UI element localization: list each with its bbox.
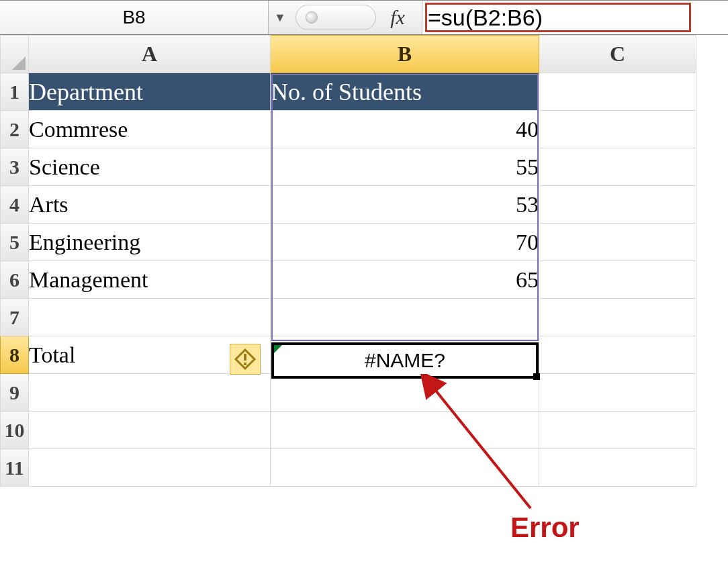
name-box-dropdown-icon[interactable]: ▼: [269, 11, 291, 25]
cell-C3[interactable]: [539, 148, 696, 186]
fill-handle[interactable]: [533, 373, 540, 380]
cell-B7[interactable]: [271, 299, 539, 336]
formula-bar: B8 ▼ fx =su(B2:B6): [0, 0, 728, 35]
annotation-label: Error: [510, 512, 580, 544]
cell-B10[interactable]: [271, 412, 539, 449]
row-header-3[interactable]: 3: [1, 148, 29, 186]
row-header-10[interactable]: 10: [1, 412, 29, 449]
cell-C11[interactable]: [539, 449, 696, 487]
row-header-2[interactable]: 2: [1, 111, 29, 148]
cell-B11[interactable]: [271, 449, 539, 487]
cell-A9[interactable]: [29, 374, 271, 412]
svg-rect-2: [244, 363, 246, 365]
cell-B9[interactable]: [271, 374, 539, 412]
col-header-A[interactable]: A: [29, 36, 271, 73]
cell-A2[interactable]: Commrese: [29, 111, 271, 148]
name-box-value: B8: [122, 7, 145, 28]
col-header-C[interactable]: C: [539, 36, 696, 73]
row-header-1[interactable]: 1: [1, 73, 29, 111]
row-header-5[interactable]: 5: [1, 224, 29, 261]
select-all-corner[interactable]: [1, 36, 29, 73]
formula-buttons: fx: [291, 1, 422, 34]
cell-C7[interactable]: [539, 299, 696, 336]
cell-C5[interactable]: [539, 224, 696, 261]
formula-input[interactable]: =su(B2:B6): [422, 1, 728, 34]
cell-A7[interactable]: [29, 299, 271, 336]
active-cell[interactable]: #NAME?: [271, 342, 539, 379]
cell-B2[interactable]: 40: [271, 111, 539, 148]
cell-C2[interactable]: [539, 111, 696, 148]
cell-B1[interactable]: No. of Students: [271, 73, 539, 111]
cell-C10[interactable]: [539, 412, 696, 449]
svg-rect-1: [244, 354, 246, 361]
row-header-9[interactable]: 9: [1, 374, 29, 412]
cell-C8[interactable]: [539, 336, 696, 374]
cell-B4[interactable]: 53: [271, 186, 539, 224]
name-box[interactable]: B8: [0, 1, 269, 34]
cell-B5[interactable]: 70: [271, 224, 539, 261]
row-header-8[interactable]: 8: [1, 336, 29, 374]
cell-A3[interactable]: Science: [29, 148, 271, 186]
row-header-7[interactable]: 7: [1, 299, 29, 336]
cell-B6[interactable]: 65: [271, 261, 539, 299]
cell-A6[interactable]: Management: [29, 261, 271, 299]
row-header-11[interactable]: 11: [1, 449, 29, 487]
cell-A1[interactable]: Department: [29, 73, 271, 111]
fx-icon[interactable]: fx: [377, 6, 418, 29]
formula-text: =su(B2:B6): [428, 5, 543, 31]
cell-C9[interactable]: [539, 374, 696, 412]
cell-B3[interactable]: 55: [271, 148, 539, 186]
cell-A10[interactable]: [29, 412, 271, 449]
cell-C4[interactable]: [539, 186, 696, 224]
cell-A11[interactable]: [29, 449, 271, 487]
cell-A4[interactable]: Arts: [29, 186, 271, 224]
error-smart-tag[interactable]: [230, 344, 261, 375]
row-header-4[interactable]: 4: [1, 186, 29, 224]
active-cell-value: #NAME?: [365, 349, 445, 372]
spreadsheet-grid[interactable]: A B C 1 Department No. of Students 2 Com…: [0, 35, 696, 487]
cell-C1[interactable]: [539, 73, 696, 111]
col-header-B[interactable]: B: [271, 36, 539, 73]
cell-A5[interactable]: Engineering: [29, 224, 271, 261]
insert-function-pill[interactable]: [295, 5, 376, 30]
row-header-6[interactable]: 6: [1, 261, 29, 299]
cancel-icon: [306, 11, 318, 23]
cell-C6[interactable]: [539, 261, 696, 299]
warning-icon: [234, 348, 257, 371]
